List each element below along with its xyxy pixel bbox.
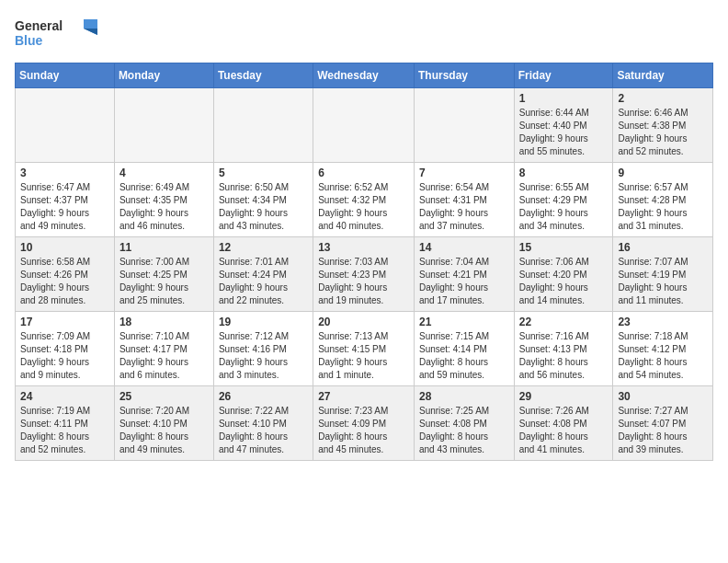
day-cell: 27Sunrise: 7:23 AM Sunset: 4:09 PM Dayli… (313, 386, 415, 461)
day-number: 24 (20, 390, 109, 403)
day-number: 15 (519, 241, 609, 254)
col-header-tuesday: Tuesday (213, 63, 313, 88)
day-cell: 19Sunrise: 7:12 AM Sunset: 4:16 PM Dayli… (213, 312, 313, 386)
col-header-sunday: Sunday (16, 63, 115, 88)
logo-svg: General Blue (15, 15, 97, 52)
day-info: Sunrise: 7:06 AM Sunset: 4:20 PM Dayligh… (519, 256, 609, 307)
day-cell: 20Sunrise: 7:13 AM Sunset: 4:15 PM Dayli… (313, 312, 415, 386)
day-info: Sunrise: 6:49 AM Sunset: 4:35 PM Dayligh… (119, 181, 209, 233)
day-cell: 29Sunrise: 7:26 AM Sunset: 4:08 PM Dayli… (514, 386, 613, 461)
day-cell: 8Sunrise: 6:55 AM Sunset: 4:29 PM Daylig… (514, 163, 613, 237)
day-info: Sunrise: 7:13 AM Sunset: 4:15 PM Dayligh… (318, 330, 409, 382)
day-info: Sunrise: 6:58 AM Sunset: 4:26 PM Dayligh… (20, 256, 109, 307)
day-cell: 30Sunrise: 7:27 AM Sunset: 4:07 PM Dayli… (613, 386, 713, 461)
day-info: Sunrise: 7:01 AM Sunset: 4:24 PM Dayligh… (219, 256, 308, 307)
day-info: Sunrise: 7:03 AM Sunset: 4:23 PM Dayligh… (318, 256, 409, 307)
day-info: Sunrise: 7:19 AM Sunset: 4:11 PM Dayligh… (20, 405, 109, 456)
day-cell (114, 88, 213, 163)
day-info: Sunrise: 7:26 AM Sunset: 4:08 PM Dayligh… (519, 405, 609, 456)
day-number: 29 (519, 390, 609, 403)
day-number: 21 (419, 316, 509, 328)
day-number: 7 (419, 167, 509, 179)
col-header-wednesday: Wednesday (313, 63, 415, 88)
day-info: Sunrise: 7:10 AM Sunset: 4:17 PM Dayligh… (119, 330, 209, 382)
logo: General Blue (15, 15, 97, 52)
day-number: 10 (20, 241, 109, 254)
day-cell: 13Sunrise: 7:03 AM Sunset: 4:23 PM Dayli… (313, 237, 415, 312)
day-cell (414, 88, 514, 163)
week-row-2: 10Sunrise: 6:58 AM Sunset: 4:26 PM Dayli… (16, 237, 713, 312)
day-number: 9 (618, 167, 708, 179)
day-cell: 26Sunrise: 7:22 AM Sunset: 4:10 PM Dayli… (213, 386, 313, 461)
day-number: 4 (119, 167, 209, 179)
day-number: 23 (618, 316, 708, 328)
day-info: Sunrise: 7:22 AM Sunset: 4:10 PM Dayligh… (219, 405, 308, 456)
day-cell: 16Sunrise: 7:07 AM Sunset: 4:19 PM Dayli… (613, 237, 713, 312)
day-number: 14 (419, 241, 509, 254)
day-cell: 18Sunrise: 7:10 AM Sunset: 4:17 PM Dayli… (114, 312, 213, 386)
day-info: Sunrise: 7:18 AM Sunset: 4:12 PM Dayligh… (618, 330, 708, 382)
day-info: Sunrise: 7:00 AM Sunset: 4:25 PM Dayligh… (119, 256, 209, 307)
day-cell: 14Sunrise: 7:04 AM Sunset: 4:21 PM Dayli… (414, 237, 514, 312)
day-info: Sunrise: 6:55 AM Sunset: 4:29 PM Dayligh… (519, 181, 609, 233)
day-cell: 24Sunrise: 7:19 AM Sunset: 4:11 PM Dayli… (16, 386, 115, 461)
day-cell (16, 88, 115, 163)
page-header: General Blue (15, 15, 713, 52)
week-row-0: 1Sunrise: 6:44 AM Sunset: 4:40 PM Daylig… (16, 88, 713, 163)
day-info: Sunrise: 7:12 AM Sunset: 4:16 PM Dayligh… (219, 330, 308, 382)
day-number: 5 (219, 167, 308, 179)
day-number: 3 (20, 167, 109, 179)
day-cell: 1Sunrise: 6:44 AM Sunset: 4:40 PM Daylig… (514, 88, 613, 163)
day-info: Sunrise: 7:16 AM Sunset: 4:13 PM Dayligh… (519, 330, 609, 382)
day-number: 18 (119, 316, 209, 328)
day-info: Sunrise: 7:04 AM Sunset: 4:21 PM Dayligh… (419, 256, 509, 307)
day-number: 25 (119, 390, 209, 403)
day-number: 30 (618, 390, 708, 403)
day-number: 13 (318, 241, 409, 254)
day-number: 12 (219, 241, 308, 254)
day-cell: 7Sunrise: 6:54 AM Sunset: 4:31 PM Daylig… (414, 163, 514, 237)
day-cell: 15Sunrise: 7:06 AM Sunset: 4:20 PM Dayli… (514, 237, 613, 312)
col-header-friday: Friday (514, 63, 613, 88)
day-info: Sunrise: 7:20 AM Sunset: 4:10 PM Dayligh… (119, 405, 209, 456)
day-info: Sunrise: 6:47 AM Sunset: 4:37 PM Dayligh… (20, 181, 109, 233)
day-info: Sunrise: 7:25 AM Sunset: 4:08 PM Dayligh… (419, 405, 509, 456)
day-number: 6 (318, 167, 409, 179)
day-cell: 11Sunrise: 7:00 AM Sunset: 4:25 PM Dayli… (114, 237, 213, 312)
day-number: 20 (318, 316, 409, 328)
day-number: 11 (119, 241, 209, 254)
day-number: 27 (318, 390, 409, 403)
day-number: 28 (419, 390, 509, 403)
day-info: Sunrise: 6:54 AM Sunset: 4:31 PM Dayligh… (419, 181, 509, 233)
day-cell: 3Sunrise: 6:47 AM Sunset: 4:37 PM Daylig… (16, 163, 115, 237)
col-header-thursday: Thursday (414, 63, 514, 88)
day-cell: 23Sunrise: 7:18 AM Sunset: 4:12 PM Dayli… (613, 312, 713, 386)
day-info: Sunrise: 7:07 AM Sunset: 4:19 PM Dayligh… (618, 256, 708, 307)
day-info: Sunrise: 6:46 AM Sunset: 4:38 PM Dayligh… (618, 107, 708, 158)
day-cell: 28Sunrise: 7:25 AM Sunset: 4:08 PM Dayli… (414, 386, 514, 461)
day-number: 26 (219, 390, 308, 403)
svg-text:Blue: Blue (15, 33, 43, 48)
col-header-saturday: Saturday (613, 63, 713, 88)
col-header-monday: Monday (114, 63, 213, 88)
day-cell: 4Sunrise: 6:49 AM Sunset: 4:35 PM Daylig… (114, 163, 213, 237)
day-info: Sunrise: 6:50 AM Sunset: 4:34 PM Dayligh… (219, 181, 308, 233)
week-row-1: 3Sunrise: 6:47 AM Sunset: 4:37 PM Daylig… (16, 163, 713, 237)
svg-text:General: General (15, 18, 63, 33)
day-cell (213, 88, 313, 163)
day-info: Sunrise: 6:52 AM Sunset: 4:32 PM Dayligh… (318, 181, 409, 233)
day-info: Sunrise: 6:57 AM Sunset: 4:28 PM Dayligh… (618, 181, 708, 233)
day-info: Sunrise: 7:09 AM Sunset: 4:18 PM Dayligh… (20, 330, 109, 382)
day-cell (313, 88, 415, 163)
header-row: SundayMondayTuesdayWednesdayThursdayFrid… (16, 63, 713, 88)
day-cell: 12Sunrise: 7:01 AM Sunset: 4:24 PM Dayli… (213, 237, 313, 312)
week-row-3: 17Sunrise: 7:09 AM Sunset: 4:18 PM Dayli… (16, 312, 713, 386)
day-cell: 21Sunrise: 7:15 AM Sunset: 4:14 PM Dayli… (414, 312, 514, 386)
day-number: 1 (519, 92, 609, 105)
day-number: 2 (618, 92, 708, 105)
day-number: 22 (519, 316, 609, 328)
svg-marker-3 (84, 29, 97, 35)
day-cell: 22Sunrise: 7:16 AM Sunset: 4:13 PM Dayli… (514, 312, 613, 386)
day-cell: 2Sunrise: 6:46 AM Sunset: 4:38 PM Daylig… (613, 88, 713, 163)
week-row-4: 24Sunrise: 7:19 AM Sunset: 4:11 PM Dayli… (16, 386, 713, 461)
